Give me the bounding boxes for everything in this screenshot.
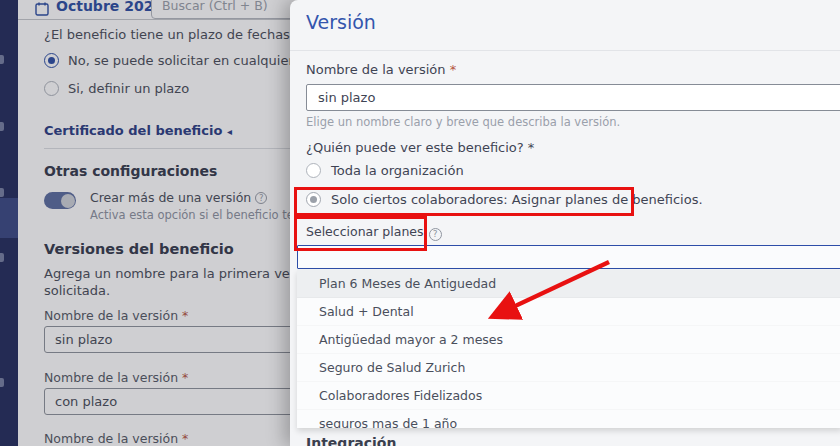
- radio-unselected-icon[interactable]: [306, 163, 321, 178]
- modal-version-name-input[interactable]: sin plazo: [306, 84, 840, 111]
- annotation-highlight-box-select: [294, 216, 427, 251]
- dropdown-option[interactable]: seguros mas de 1 año: [297, 410, 840, 428]
- dropdown-option[interactable]: Seguro de Salud Zurich: [297, 354, 840, 382]
- radio-whole-organization[interactable]: Toda la organización: [306, 163, 464, 178]
- radio-label: Toda la organización: [331, 163, 464, 178]
- dropdown-option[interactable]: Salud + Dental: [297, 298, 840, 326]
- dropdown-option[interactable]: Antigüedad mayor a 2 meses: [297, 326, 840, 354]
- help-icon[interactable]: ?: [429, 228, 442, 241]
- modal-title: Versión: [306, 11, 376, 33]
- divider: [290, 50, 840, 51]
- screen: Octubre 2025 Buscar (Ctrl + B) ¿El benef…: [0, 0, 840, 446]
- name-help-text: Elige un nombre claro y breve que descri…: [306, 115, 620, 129]
- modal-version-name-label: Nombre de la versión *: [306, 62, 456, 77]
- dropdown-option[interactable]: Colaboradores Fidelizados: [297, 382, 840, 410]
- dropdown-option[interactable]: Plan 6 Meses de Antiguedad: [297, 270, 840, 298]
- plans-dropdown-list: Plan 6 Meses de AntiguedadSalud + Dental…: [297, 270, 840, 428]
- annotation-highlight-box-radio: [294, 187, 634, 216]
- integration-heading: Integración: [306, 435, 396, 446]
- visibility-question-label: ¿Quién puede ver este beneficio? *: [306, 140, 534, 155]
- required-mark: *: [450, 62, 457, 77]
